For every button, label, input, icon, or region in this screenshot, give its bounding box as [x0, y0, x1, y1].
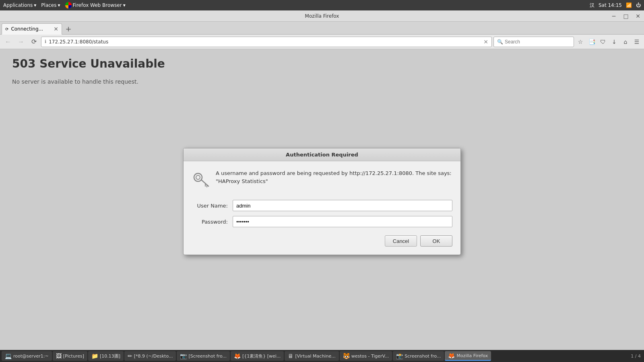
username-input[interactable]: [233, 200, 452, 211]
taskbar-pictures[interactable]: 🖼 [Pictures]: [53, 351, 87, 361]
dialog-message: A username and password are being reques…: [192, 169, 452, 192]
wifi-icon: 📶: [626, 2, 632, 8]
firefox2-icon: 🦊: [234, 353, 241, 359]
tab-favicon: ⟳: [5, 27, 8, 31]
power-icon: ⏻: [636, 2, 641, 8]
pictures-icon: 🖼: [56, 353, 62, 359]
password-input[interactable]: [233, 216, 452, 227]
taskbar-firefox2[interactable]: 🦊 [{1素清鱼} [wei...: [231, 351, 284, 361]
dialog-buttons: Cancel OK: [192, 235, 452, 247]
url-text: 172.25.27.1:8080/status: [49, 39, 481, 45]
ok-button[interactable]: OK: [420, 235, 452, 247]
tab-close-button[interactable]: ✕: [54, 26, 58, 32]
cancel-button[interactable]: Cancel: [385, 235, 417, 247]
terminal-icon: 💻: [5, 353, 12, 359]
dialog-title: Authentication Required: [184, 148, 460, 161]
maximize-button[interactable]: □: [620, 10, 632, 22]
editor-icon: ✏️: [128, 353, 132, 359]
title-bar: Mozilla Firefox ─ □ ✕: [0, 10, 644, 22]
auth-dialog: Authentication Required: [183, 148, 461, 255]
address-bar[interactable]: ℹ 172.25.27.1:8080/status ✕: [41, 37, 492, 47]
dialog-overlay: Authentication Required: [0, 49, 644, 354]
menu-button[interactable]: ☰: [632, 37, 642, 47]
places-menu[interactable]: Places ▾: [41, 2, 60, 8]
new-tab-button[interactable]: +: [63, 23, 74, 34]
browser-menu[interactable]: Firefox Web Browser ▾: [65, 2, 126, 8]
places-label: Places: [41, 2, 56, 8]
dialog-form: User Name: Password:: [192, 200, 452, 227]
download-button[interactable]: ↓: [609, 37, 619, 47]
page-content: 503 Service Unavailable No server is ava…: [0, 49, 644, 354]
window-title: Mozilla Firefox: [305, 13, 339, 19]
taskbar-tiger[interactable]: 🐯 westos - TigerV...: [340, 351, 392, 361]
folder-icon: 📁: [91, 353, 98, 359]
browser-label: Firefox Web Browser: [73, 2, 122, 8]
applications-label: Applications: [3, 2, 33, 8]
taskbar-pictures-label: [Pictures]: [63, 354, 84, 359]
applications-arrow: ▾: [34, 2, 36, 8]
firefox-icon: [65, 2, 72, 8]
taskbar-screenshot1-label: [Screenshot fro...: [188, 354, 227, 359]
close-button[interactable]: ✕: [632, 10, 644, 22]
taskbar-folder[interactable]: 📁 [10.13圕]: [88, 351, 124, 361]
search-icon: 🔍: [497, 39, 503, 45]
shield-button[interactable]: 🛡: [598, 37, 608, 47]
taskbar-vm[interactable]: 🖥 [Virtual Machine...: [285, 351, 339, 361]
taskbar-firefox-label: Mozilla Firefox: [456, 353, 488, 358]
taskbar-editor[interactable]: ✏️ [*8.9 (~/Deskto...: [124, 351, 176, 361]
places-arrow: ▾: [58, 2, 60, 8]
taskbar-terminal-label: root@server1:~: [13, 354, 49, 359]
screenshot2-icon: 📸: [396, 353, 403, 359]
taskbar: 💻 root@server1:~ 🖼 [Pictures] 📁 [10.13圕]…: [0, 350, 644, 362]
title-bar-controls: ─ □ ✕: [608, 10, 644, 22]
firefox-window: Mozilla Firefox ─ □ ✕ ⟳ Connecting... ✕ …: [0, 10, 644, 362]
browser-arrow: ▾: [123, 2, 126, 8]
firefox-taskbar-icon: 🦊: [448, 352, 455, 359]
search-input[interactable]: [505, 39, 570, 45]
reload-button[interactable]: ⟳: [28, 36, 39, 47]
taskbar-screenshot1[interactable]: 📷 [Screenshot fro...: [177, 351, 230, 361]
taskbar-editor-label: [*8.9 (~/Deskto...: [134, 354, 173, 359]
clear-url-button[interactable]: ✕: [483, 39, 488, 45]
nav-bar: ← → ⟳ ℹ 172.25.27.1:8080/status ✕ 🔍 ☆ 📑 …: [0, 35, 644, 49]
tab-bar: ⟳ Connecting... ✕ +: [0, 22, 644, 35]
username-label: User Name:: [192, 203, 228, 209]
tiger-icon: 🐯: [343, 353, 350, 359]
input-method-icon: 汉: [590, 2, 594, 9]
taskbar-folder-label: [10.13圕]: [100, 353, 120, 359]
forward-button[interactable]: →: [15, 36, 27, 47]
applications-menu[interactable]: Applications ▾: [3, 2, 36, 8]
system-bar-left: Applications ▾ Places ▾ Firefox Web Brow…: [3, 2, 126, 8]
back-button[interactable]: ←: [2, 36, 14, 47]
bookmark-list-button[interactable]: 📑: [587, 37, 597, 47]
taskbar-screenshot2[interactable]: 📸 Screenshot fro...: [393, 351, 444, 361]
minimize-button[interactable]: ─: [608, 10, 620, 22]
screenshot1-icon: 📷: [180, 353, 187, 359]
svg-point-0: [194, 173, 202, 181]
system-bar-right: 汉 Sat 14:15 📶 ⏻: [590, 2, 641, 9]
taskbar-tiger-label: westos - TigerV...: [351, 354, 389, 359]
home-button[interactable]: ⌂: [621, 37, 630, 47]
password-row: Password:: [192, 216, 452, 227]
search-bar: 🔍: [493, 37, 574, 47]
taskbar-terminal[interactable]: 💻 root@server1:~: [2, 351, 52, 361]
password-label: Password:: [192, 219, 228, 225]
taskbar-firefox2-label: [{1素清鱼} [wei...: [242, 353, 281, 359]
taskbar-screenshot2-label: Screenshot fro...: [405, 354, 441, 359]
dialog-text: A username and password are being reques…: [216, 169, 452, 192]
taskbar-vm-label: [Virtual Machine...: [295, 354, 335, 359]
dialog-body: A username and password are being reques…: [184, 161, 460, 255]
username-row: User Name:: [192, 200, 452, 211]
system-bar: Applications ▾ Places ▾ Firefox Web Brow…: [0, 0, 644, 10]
bookmark-star-button[interactable]: ☆: [576, 37, 585, 47]
svg-point-1: [196, 175, 200, 179]
vm-icon: 🖥: [288, 353, 293, 359]
key-icon: [192, 169, 209, 192]
browser-tab[interactable]: ⟳ Connecting... ✕: [2, 23, 62, 35]
taskbar-page-count: 1 / 4: [631, 354, 642, 359]
taskbar-firefox-active[interactable]: 🦊 Mozilla Firefox: [445, 351, 491, 361]
dialog-message-line1: A username and password are being reques…: [216, 170, 452, 176]
tab-title: Connecting...: [11, 26, 51, 32]
dialog-message-line2: "HAProxy Statistics": [216, 178, 268, 184]
lock-icon: ℹ: [45, 39, 46, 44]
